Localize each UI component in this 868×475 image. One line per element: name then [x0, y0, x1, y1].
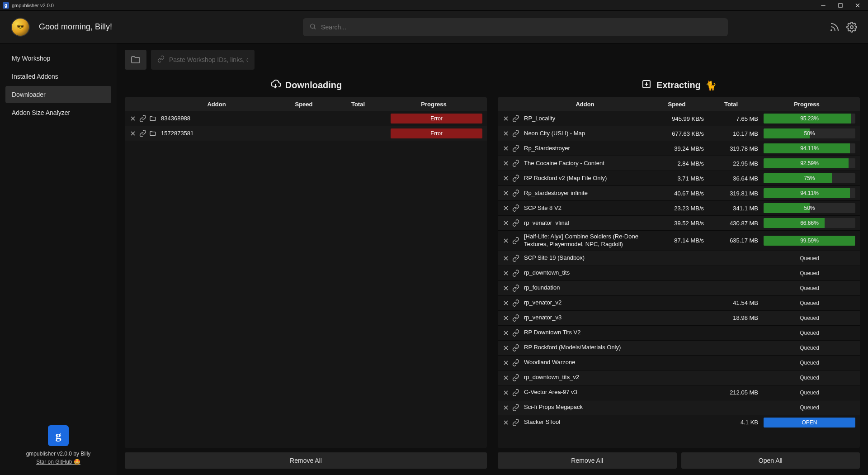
header-speed: Speed [650, 101, 704, 108]
close-icon[interactable] [502, 204, 509, 212]
addon-progress: 94.11% [758, 188, 855, 198]
close-icon[interactable] [502, 219, 509, 227]
link-icon[interactable] [512, 175, 519, 182]
link-icon[interactable] [512, 285, 519, 292]
close-icon[interactable] [502, 175, 509, 182]
sidebar-item-downloader[interactable]: Downloader [5, 86, 111, 103]
link-icon[interactable] [512, 404, 519, 411]
close-icon[interactable] [502, 359, 509, 366]
link-icon[interactable] [139, 115, 146, 122]
header-total: Total [704, 101, 758, 108]
addon-name: RP Downtown Tits V2 [524, 329, 650, 337]
github-link[interactable]: Star on GitHub 🤩 [5, 459, 111, 465]
link-icon[interactable] [512, 160, 519, 167]
maximize-button[interactable] [832, 0, 849, 11]
link-icon [157, 56, 165, 64]
addon-name: 834368988 [161, 115, 277, 123]
folder-button[interactable] [125, 50, 146, 70]
close-icon[interactable] [502, 130, 509, 137]
link-icon[interactable] [512, 344, 519, 352]
remove-all-extracting-button[interactable]: Remove All [498, 452, 677, 469]
addon-progress: Queued [758, 298, 855, 308]
minimize-button[interactable] [815, 0, 832, 11]
gear-icon[interactable] [846, 22, 857, 33]
close-icon[interactable] [502, 285, 509, 292]
addon-total: 18.98 MB [704, 314, 758, 321]
link-icon[interactable] [512, 190, 519, 197]
link-icon[interactable] [512, 270, 519, 277]
table-row: 1572873581Error [125, 126, 487, 141]
link-icon[interactable] [512, 130, 519, 137]
close-icon[interactable] [502, 404, 509, 411]
close-icon[interactable] [502, 419, 509, 426]
link-icon[interactable] [512, 374, 519, 381]
svg-point-7 [850, 26, 853, 28]
avatar[interactable]: 😎 [11, 18, 30, 37]
addon-progress: Queued [758, 253, 855, 263]
link-icon[interactable] [512, 237, 519, 244]
link-icon[interactable] [512, 389, 519, 396]
link-icon[interactable] [512, 219, 519, 227]
downloading-panel: Downloading Addon Speed Total Progress 8… [125, 75, 487, 469]
link-icon[interactable] [512, 115, 519, 122]
link-icon[interactable] [512, 314, 519, 322]
close-icon[interactable] [502, 329, 509, 337]
table-row: Stacker STool4.1 KBOPEN [498, 415, 860, 430]
link-icon[interactable] [512, 299, 519, 307]
paste-input[interactable] [151, 50, 255, 70]
link-icon[interactable] [512, 255, 519, 262]
link-icon[interactable] [512, 329, 519, 337]
table-row: rp_downtown_titsQueued [498, 266, 860, 281]
greeting: Good morning, Billy! [39, 22, 112, 32]
addon-speed: 23.23 MB/s [650, 205, 704, 212]
close-icon[interactable] [502, 374, 509, 381]
addon-total: 36.64 MB [704, 175, 758, 182]
addon-name: RP Rockford (Models/Materials Only) [524, 344, 650, 352]
link-icon[interactable] [512, 204, 519, 212]
addon-speed: 39.52 MB/s [650, 220, 704, 227]
open-button[interactable]: OPEN [764, 418, 855, 428]
close-icon[interactable] [502, 115, 509, 122]
sidebar-footer: g gmpublisher v2.0.0 by Billy Star on Gi… [5, 425, 111, 469]
sidebar-item-my-workshop[interactable]: My Workshop [5, 50, 111, 67]
link-icon[interactable] [512, 145, 519, 152]
close-icon[interactable] [129, 115, 137, 122]
open-all-button[interactable]: Open All [681, 452, 860, 469]
folder-icon[interactable] [149, 130, 156, 137]
folder-icon[interactable] [149, 115, 156, 122]
close-icon[interactable] [502, 255, 509, 262]
addon-progress: Queued [758, 283, 855, 293]
close-icon[interactable] [502, 270, 509, 277]
table-row: RP Rockford v2 (Map File Only)3.71 MB/s3… [498, 171, 860, 186]
sidebar-item-addon-size-analyzer[interactable]: Addon Size Analyzer [5, 104, 111, 121]
addon-total: 4.1 KB [704, 419, 758, 426]
addon-progress: 66.66% [758, 218, 855, 228]
close-icon[interactable] [129, 130, 137, 137]
addon-total: 22.95 MB [704, 160, 758, 167]
remove-all-downloading-button[interactable]: Remove All [125, 452, 487, 469]
close-icon[interactable] [502, 237, 509, 244]
link-icon[interactable] [512, 419, 519, 426]
version-label: gmpublisher v2.0.0 by Billy [5, 451, 111, 457]
addon-speed: 2.84 MB/s [650, 160, 704, 167]
close-icon[interactable] [502, 299, 509, 307]
link-icon[interactable] [512, 359, 519, 366]
link-icon[interactable] [139, 130, 146, 137]
addon-total: 635.17 MB [704, 237, 758, 244]
close-icon[interactable] [502, 160, 509, 167]
search-input[interactable] [303, 18, 728, 36]
rss-icon[interactable] [829, 22, 840, 33]
close-icon[interactable] [502, 145, 509, 152]
sidebar-item-installed-addons[interactable]: Installed Addons [5, 68, 111, 85]
addon-progress: Queued [758, 268, 855, 278]
close-icon[interactable] [502, 344, 509, 352]
close-button[interactable] [849, 0, 866, 11]
addon-total: 212.05 MB [704, 389, 758, 396]
close-icon[interactable] [502, 190, 509, 197]
table-row: 834368988Error [125, 111, 487, 126]
close-icon[interactable] [502, 314, 509, 322]
addon-total: 430.87 MB [704, 220, 758, 227]
close-icon[interactable] [502, 389, 509, 396]
addon-name: 1572873581 [161, 130, 277, 138]
addon-progress: Queued [758, 373, 855, 383]
